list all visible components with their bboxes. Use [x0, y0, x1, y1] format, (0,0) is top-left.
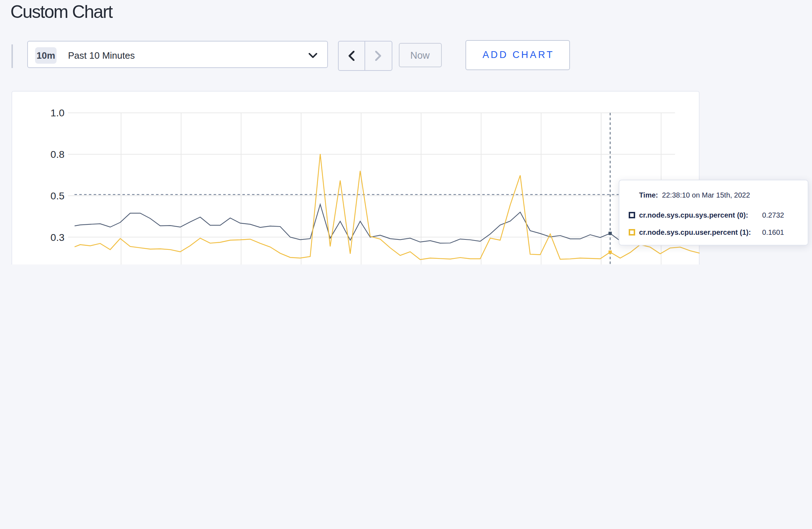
svg-text:0.8: 0.8 — [51, 149, 65, 160]
svg-text:0.5: 0.5 — [51, 190, 65, 201]
svg-text:0.3: 0.3 — [51, 232, 65, 243]
svg-text:1.0: 1.0 — [51, 107, 65, 118]
